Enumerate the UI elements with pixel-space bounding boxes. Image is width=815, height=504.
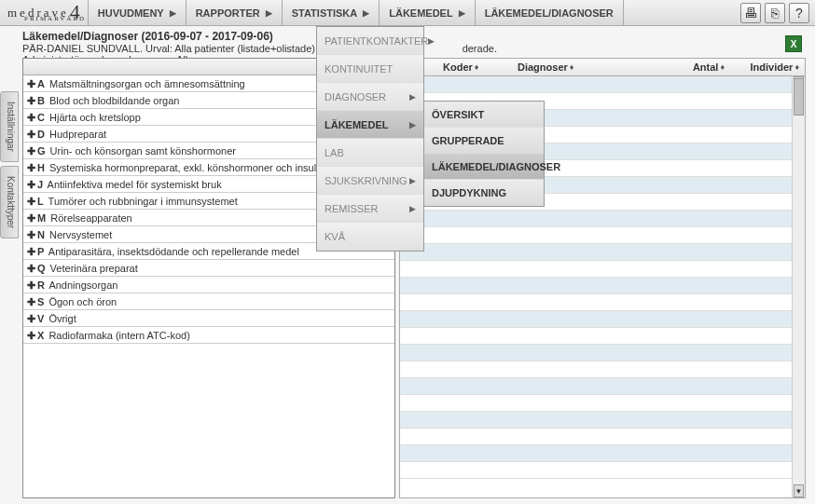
scroll-thumb[interactable] [794, 78, 804, 116]
grid-scrollbar[interactable]: ▲ ▼ [792, 76, 805, 497]
breadcrumb: HUVUDMENY▶RAPPORTER▶STATISTISKA▶LÄKEMEDE… [89, 0, 624, 25]
plus-icon: ✚ [27, 229, 35, 240]
plus-icon: ✚ [27, 129, 35, 140]
atc-label: Urin- och könsorgan samt könshormoner [48, 145, 236, 157]
atc-label: Hjärta och kretslopp [47, 112, 141, 123]
crumb-label: STATISTISKA [292, 7, 357, 19]
col-antal[interactable]: Antal♦ [665, 61, 730, 73]
atc-code: L [37, 196, 44, 207]
menu-item-label: LÄKEMEDEL [325, 119, 388, 130]
menu-item-remisser[interactable]: REMISSER▶ [317, 195, 423, 223]
atc-code: G [37, 145, 46, 157]
submenu-item-översikt[interactable]: ÖVERSIKT [424, 102, 544, 128]
print-icon[interactable]: 🖶 [740, 3, 761, 23]
plus-icon: ✚ [27, 162, 35, 173]
chevron-right-icon: ▶ [459, 8, 465, 18]
toolbar-right: 🖶 ⎘ ? [735, 0, 815, 25]
atc-label: Tumörer och rubbningar i immunsystemet [46, 196, 238, 207]
atc-label: Antiinfektiva medel för systemiskt bruk [45, 179, 222, 190]
table-row [400, 227, 805, 244]
plus-icon: ✚ [27, 196, 35, 207]
menu-item-sjukskrivning[interactable]: SJUKSKRIVNING▶ [317, 167, 423, 195]
table-row [400, 311, 805, 328]
menu-item-lab[interactable]: LAB [317, 139, 423, 167]
plus-icon: ✚ [27, 313, 35, 324]
plus-icon: ✚ [27, 95, 35, 106]
table-row [400, 294, 805, 311]
atc-row-R[interactable]: ✚R Andningsorgan [23, 277, 394, 293]
table-row [400, 261, 805, 278]
exit-icon[interactable]: ⎘ [765, 3, 785, 23]
scroll-down-icon[interactable]: ▼ [794, 484, 804, 497]
atc-row-X[interactable]: ✚X Radiofarmaka (intern ATC-kod) [23, 327, 394, 344]
submenu-item-djupdykning[interactable]: DJUPDYKNING [424, 180, 544, 206]
crumb-label: LÄKEMEDEL/DIAGNOSER [485, 7, 614, 19]
crumb-rapporter[interactable]: RAPPORTER▶ [186, 0, 283, 25]
submenu-item-grupperade[interactable]: GRUPPERADE [424, 128, 544, 154]
atc-code: M [37, 212, 46, 224]
atc-code: Q [37, 263, 46, 274]
plus-icon: ✚ [27, 296, 35, 307]
atc-label: Hudpreparat [47, 129, 106, 140]
atc-label: Systemiska hormonpreparat, exkl. könshor… [47, 162, 334, 173]
menu-item-kvå[interactable]: KVÅ [317, 223, 423, 251]
atc-label: Matsmältningsorgan och ämnesomsättning [47, 78, 245, 89]
excel-export-icon[interactable]: X [785, 35, 802, 52]
menu-item-diagnoser[interactable]: DIAGNOSER▶ [317, 83, 423, 111]
crumb-label: RAPPORTER [196, 7, 260, 19]
chevron-right-icon: ▶ [428, 36, 435, 46]
submenu-item-läkemedel-diagnoser[interactable]: LÄKEMEDEL/DIAGNOSER [424, 154, 544, 180]
atc-row-Q[interactable]: ✚Q Veterinära preparat [23, 260, 394, 277]
plus-icon: ✚ [27, 279, 35, 291]
atc-code: B [37, 95, 45, 106]
col-diagnoser[interactable]: Diagnoser♦ [512, 61, 665, 73]
crumb-label: HUVUDMENY [98, 7, 164, 19]
atc-label: Veterinära preparat [48, 263, 138, 274]
plus-icon: ✚ [27, 78, 35, 89]
menu-item-patientkontakter[interactable]: PATIENTKONTAKTER▶ [317, 27, 423, 55]
plus-icon: ✚ [27, 212, 35, 224]
atc-code: A [37, 78, 45, 89]
atc-label: Ögon och öron [46, 296, 117, 307]
chevron-right-icon: ▶ [266, 8, 272, 18]
col-individer[interactable]: Individer♦ [730, 61, 805, 73]
menu-item-läkemedel[interactable]: LÄKEMEDEL▶ [317, 111, 423, 139]
lakemedel-submenu: ÖVERSIKTGRUPPERADELÄKEMEDEL/DIAGNOSERDJU… [423, 101, 545, 207]
menu-item-label: SJUKSKRIVNING [325, 175, 408, 186]
table-row [400, 395, 805, 412]
atc-label: Rörelseapparaten [48, 212, 132, 224]
chevron-right-icon: ▶ [409, 92, 416, 102]
table-row [400, 278, 805, 294]
atc-row-V[interactable]: ✚V Övrigt [23, 310, 394, 327]
crumb-läkemedel[interactable]: LÄKEMEDEL▶ [380, 0, 475, 25]
atc-label: Andningsorgan [47, 279, 117, 291]
chevron-right-icon: ▶ [409, 204, 416, 213]
chevron-right-icon: ▶ [409, 120, 416, 129]
menu-item-label: KONTINUITET [325, 63, 393, 75]
atc-code: X [37, 330, 44, 341]
atc-code: S [37, 296, 44, 307]
atc-label: Blod och blodbildande organ [47, 95, 180, 106]
table-row [400, 412, 805, 429]
menu-item-label: REMISSER [325, 203, 378, 214]
top-toolbar: medrave 4 PRIMÄRVÅRD HUVUDMENY▶RAPPORTER… [0, 0, 815, 26]
plus-icon: ✚ [27, 246, 35, 257]
atc-code: C [37, 112, 45, 123]
help-icon[interactable]: ? [789, 3, 809, 23]
side-rail: InställningarKontakttyper [0, 91, 19, 238]
menu-item-label: LAB [325, 147, 344, 158]
crumb-statistiska[interactable]: STATISTISKA▶ [283, 0, 380, 25]
statistics-menu: PATIENTKONTAKTER▶KONTINUITETDIAGNOSER▶LÄ… [316, 26, 424, 252]
crumb-huvudmeny[interactable]: HUVUDMENY▶ [89, 0, 186, 25]
submenu-item-label: GRUPPERADE [432, 135, 504, 146]
menu-item-label: KVÅ [325, 231, 345, 242]
col-koder[interactable]: Koder♦ [437, 61, 512, 73]
rail-tab-kontakttyper[interactable]: Kontakttyper [0, 166, 19, 238]
menu-item-kontinuitet[interactable]: KONTINUITET [317, 55, 423, 83]
table-row [400, 361, 805, 378]
atc-code: J [37, 179, 43, 190]
atc-row-S[interactable]: ✚S Ögon och öron [23, 293, 394, 310]
submenu-item-label: LÄKEMEDEL/DIAGNOSER [432, 161, 560, 172]
crumb-läkemedel/diagnoser[interactable]: LÄKEMEDEL/DIAGNOSER [476, 0, 624, 25]
rail-tab-inställningar[interactable]: Inställningar [0, 91, 19, 162]
